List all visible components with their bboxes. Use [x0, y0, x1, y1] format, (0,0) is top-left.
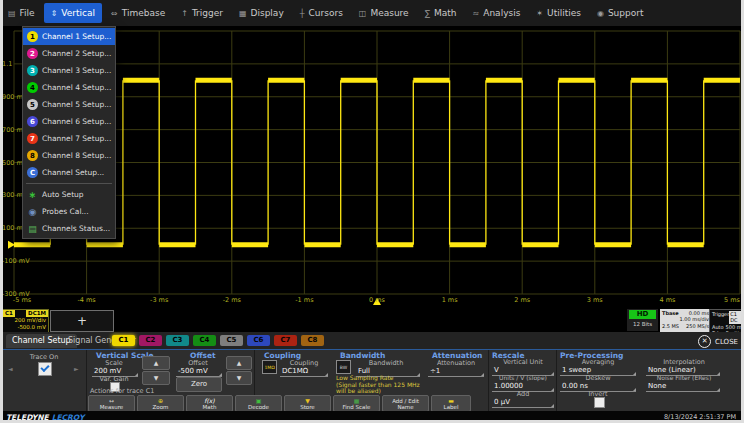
x-axis-tick: -2 ms — [223, 296, 241, 304]
menubar-item-label: Cursors — [309, 8, 343, 18]
c1-descriptor-offset: -500.0 mV — [3, 324, 48, 331]
y-axis-tick: -100 mV — [2, 257, 30, 265]
menubar-item-file[interactable]: ▤File — [1, 3, 42, 23]
menubar-item-support[interactable]: ◉Support — [590, 3, 651, 23]
c1-descriptor-scale: 200 mV/div — [3, 317, 48, 324]
acquisition-mode-box[interactable]: HD 12 Bits — [627, 309, 658, 331]
offset-down-button[interactable]: ▼ — [226, 371, 252, 385]
menubar-item-cursors[interactable]: ┼Cursors — [293, 3, 350, 23]
next-channel-arrow-icon[interactable]: ► — [74, 365, 79, 372]
menu-item-channel-5-setup[interactable]: 5Channel 5 Setup... — [23, 96, 115, 113]
channel-pill-c8[interactable]: C8 — [301, 335, 324, 346]
add-trace-button[interactable]: + — [50, 310, 114, 332]
window-frame-left — [0, 0, 3, 423]
x-axis-tick: -1 ms — [295, 296, 313, 304]
menu-item-label: Channel 5 Setup... — [42, 100, 111, 109]
utilities-icon: ✶ — [536, 9, 543, 18]
menu-item-label: Auto Setup — [42, 190, 84, 199]
menu-item-label: Channels Status... — [42, 224, 110, 233]
close-icon: ✕ — [698, 335, 711, 348]
action-button-label: Zoom — [153, 404, 169, 410]
oscilloscope-screen: ▤File⇕Vertical⇔Timebase↑Trigger▦Display┼… — [0, 0, 744, 423]
action-button-store[interactable]: ▼Store — [284, 395, 331, 412]
analysis-icon: ≈ — [473, 9, 480, 18]
auto-setup-icon: ∗ — [27, 190, 38, 200]
menubar-item-analysis[interactable]: ≈Analysis — [466, 3, 528, 23]
cursors-icon: ┼ — [300, 9, 305, 18]
menu-item-label: Channel 4 Setup... — [42, 83, 111, 92]
channel-pill-c2[interactable]: C2 — [139, 335, 162, 346]
menu-item-channel-2-setup[interactable]: 2Channel 2 Setup... — [23, 45, 115, 62]
menu-item-channel-6-setup[interactable]: 6Channel 6 Setup... — [23, 113, 115, 130]
close-dialog-button[interactable]: ✕ CLOSE — [698, 335, 738, 348]
noise-filter-field[interactable]: None — [646, 381, 720, 392]
action-button-decode[interactable]: ▣Decode — [235, 395, 282, 412]
invert-checkbox[interactable] — [594, 397, 605, 408]
offset-up-button[interactable]: ▲ — [226, 356, 252, 370]
timebase-icon: ⇔ — [111, 9, 118, 18]
menubar-item-timebase[interactable]: ⇔Timebase — [104, 3, 172, 23]
x-axis-tick: 4 ms — [659, 296, 675, 304]
trace-on-checkbox[interactable] — [38, 362, 52, 376]
add-field[interactable]: 0 µV — [492, 397, 554, 408]
menubar: ▤File⇕Vertical⇔Timebase↑Trigger▦Display┼… — [0, 0, 744, 26]
channel-pill-c5[interactable]: C5 — [220, 335, 243, 346]
trigger-title: Trigger — [712, 311, 729, 324]
menu-item-channel-8-setup[interactable]: 8Channel 8 Setup... — [23, 147, 115, 164]
menu-item-probes-cal[interactable]: ◉Probes Cal... — [23, 203, 115, 220]
file-icon: ▤ — [8, 9, 16, 18]
offset-zero-button[interactable]: Zero — [176, 377, 222, 392]
channel-pill-c3[interactable]: C3 — [166, 335, 189, 346]
c1-descriptor-channel: C1 — [3, 310, 15, 317]
noise-filter-label: Noise Filter (ERes) — [646, 374, 722, 381]
prev-channel-arrow-icon[interactable]: ◄ — [8, 365, 13, 372]
action-button-label: Decode — [248, 404, 269, 410]
slope-label: Units / V (slope) — [492, 374, 554, 381]
menu-item-channel-4-setup[interactable]: 4Channel 4 Setup... — [23, 79, 115, 96]
menu-item-channel-3-setup[interactable]: 3Channel 3 Setup... — [23, 62, 115, 79]
menubar-item-label: Math — [434, 8, 457, 18]
action-button-zoom[interactable]: ⊕Zoom — [137, 395, 184, 412]
timebase-title: Tbase — [662, 310, 679, 316]
channel-pill-c7[interactable]: C7 — [274, 335, 297, 346]
scale-down-button[interactable]: ▼ — [142, 371, 170, 385]
coupling-field[interactable]: DC1MΩ — [280, 366, 328, 377]
action-button-measure[interactable]: ↔Measure — [88, 395, 135, 412]
menubar-item-label: Display — [251, 8, 284, 18]
channel-badge-icon: 2 — [27, 48, 38, 59]
x-axis-tick: 5 ms — [724, 296, 740, 304]
menubar-item-label: Trigger — [192, 8, 223, 18]
menubar-item-trigger[interactable]: ↑Trigger — [174, 3, 230, 23]
offset-field[interactable]: -500 mV — [176, 366, 222, 377]
menu-item-channels-status[interactable]: ▤Channels Status... — [23, 220, 115, 237]
channel-badge-icon: 7 — [27, 133, 38, 144]
action-button-label: Find Scale — [343, 404, 371, 410]
x-axis-tick: 2 ms — [514, 296, 530, 304]
menu-item-auto-setup[interactable]: ∗Auto Setup — [23, 186, 115, 203]
vertical-icon: ⇕ — [51, 9, 58, 18]
timebase-samples: 2.5 MS — [662, 323, 679, 329]
attenuation-field[interactable]: ÷1 — [428, 366, 484, 377]
timebase-descriptor-box[interactable]: Tbase 0.00 ms 1.00 ms/div 2.5 MS 250 MS/… — [660, 309, 711, 333]
channel-pill-c6[interactable]: C6 — [247, 335, 270, 346]
menu-item-channel-setup[interactable]: CChannel Setup... — [23, 164, 115, 181]
action-button-add-edit-name[interactable]: Add / Edit Name — [382, 395, 429, 412]
menubar-item-measure[interactable]: ◫Measure — [352, 3, 416, 23]
menu-item-channel-7-setup[interactable]: 7Channel 7 Setup... — [23, 130, 115, 147]
channel-pill-c1[interactable]: C1 — [112, 335, 135, 346]
menu-item-channel-1-setup[interactable]: 1Channel 1 Setup... — [23, 28, 115, 45]
x-axis-tick: -5 ms — [13, 296, 31, 304]
menubar-item-utilities[interactable]: ✶Utilities — [529, 3, 588, 23]
menubar-item-display[interactable]: ▦Display — [232, 3, 291, 23]
menubar-item-math[interactable]: ∑Math — [418, 3, 464, 23]
channel-pill-c4[interactable]: C4 — [193, 335, 216, 346]
scale-up-button[interactable]: ▲ — [142, 356, 170, 370]
action-button-label[interactable]: ▬Label — [431, 395, 471, 412]
menubar-item-vertical[interactable]: ⇕Vertical — [44, 3, 102, 23]
menu-item-label: Channel 1 Setup... — [42, 32, 111, 41]
c1-descriptor-box[interactable]: C1 DC1M 200 mV/div -500.0 mV — [2, 309, 49, 333]
close-label: CLOSE — [715, 338, 738, 346]
action-button-find-scale[interactable]: ▦Find Scale — [333, 395, 380, 412]
action-button-math[interactable]: f(x)Math — [186, 395, 233, 412]
menubar-item-label: Vertical — [61, 8, 95, 18]
